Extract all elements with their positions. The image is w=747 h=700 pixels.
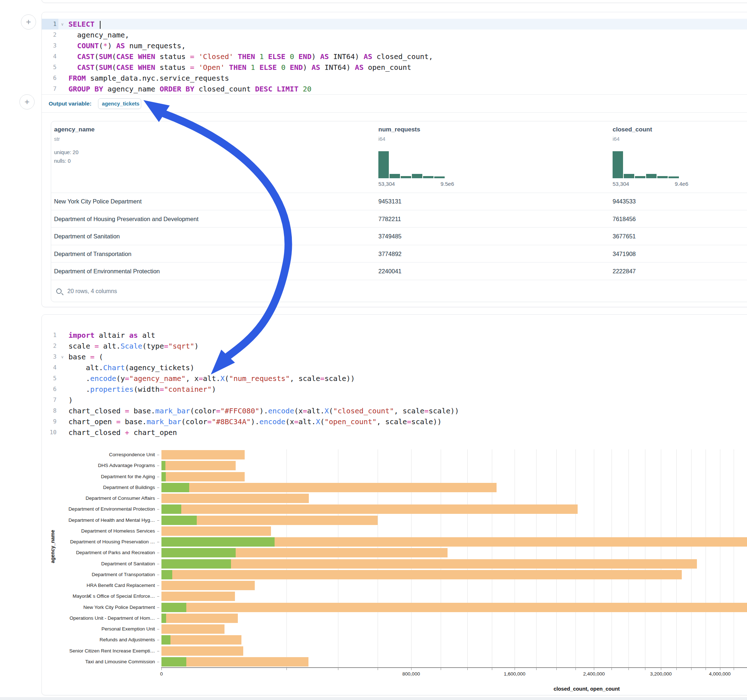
line-number: 3 [42, 40, 58, 51]
column-type: i64 [612, 136, 620, 142]
histogram-bar [624, 174, 634, 178]
search-icon[interactable] [56, 288, 62, 294]
code-line[interactable]: 4 CAST(SUM(CASE WHEN status = 'Closed' T… [42, 51, 747, 62]
table-row[interactable]: Department of Housing Preservation and D… [51, 210, 747, 228]
python-code-editor[interactable]: 1import altair as alt2scale = alt.Scale(… [42, 315, 747, 438]
table-footer: 20 rows, 4 columns [51, 280, 747, 302]
chart-y-axis-title: agency_name [50, 530, 56, 563]
x-axis-tick [378, 668, 378, 670]
x-axis-tick [628, 668, 629, 670]
gridline [411, 450, 411, 667]
open_count-bar [162, 548, 236, 557]
column-header-num_requests[interactable]: num_requestsi6453,3049.5e6 [375, 121, 610, 193]
code-line[interactable]: 2scale = alt.Scale(type="sqrt") [42, 341, 747, 352]
fold-gutter [58, 73, 66, 83]
x-axis-tick [611, 668, 612, 670]
column-header-agency_name[interactable]: agency_namestrunique: 20nulls: 0 [51, 121, 375, 193]
fold-gutter [58, 362, 66, 373]
code-line[interactable]: 3 COUNT(*) AS num_requests, [42, 40, 747, 51]
code-line[interactable]: 6FROM sample_data.nyc.service_requests [42, 73, 747, 83]
code-line[interactable]: 1∨SELECT [42, 19, 747, 30]
histogram-range-labels: 53,3049.4e6 [612, 181, 688, 187]
open_count-bar [162, 472, 166, 481]
gridline [611, 450, 612, 667]
x-axis-tick [411, 668, 411, 670]
histogram-bar [423, 176, 434, 178]
open_count-bar [162, 614, 166, 623]
add-cell-button[interactable]: + [20, 94, 35, 109]
y-axis-label: New York City Police Department [83, 605, 155, 610]
closed_count-bar [162, 635, 242, 644]
x-axis-tick [661, 668, 661, 670]
code-line[interactable]: 2 agency_name, [42, 30, 747, 40]
line-number: 5 [42, 373, 58, 384]
closed_count-bar [162, 614, 238, 623]
code-line[interactable]: 4 alt.Chart(agency_tickets) [42, 362, 747, 373]
column-type: str [54, 136, 60, 142]
code-line[interactable]: 8chart_closed = base.mark_bar(color="#FF… [42, 406, 747, 416]
code-line[interactable]: 10chart_closed + chart_open [42, 427, 747, 438]
y-axis-label: Taxi and Limousine Commission [85, 659, 155, 664]
x-axis-tick [720, 668, 720, 670]
y-axis-label: Refunds and Adjustments [100, 637, 155, 643]
y-axis-tick [157, 596, 159, 597]
code-text: .encode(y="agency_name", x=alt.X("num_re… [66, 373, 355, 384]
code-line[interactable]: 1import altair as alt [42, 330, 747, 341]
gridline [441, 450, 441, 667]
table-cell: 7782211 [375, 210, 610, 228]
code-line[interactable]: 3∨base = ( [42, 352, 747, 362]
fold-gutter [58, 30, 66, 40]
fold-gutter [58, 427, 66, 438]
gridline [720, 450, 720, 667]
table-row[interactable]: Department of Environmental Protection22… [51, 262, 747, 280]
add-cell-button[interactable]: + [21, 14, 36, 30]
table-cell: Department of Housing Preservation and D… [51, 210, 375, 228]
table-row[interactable]: New York City Police Department945313194… [51, 193, 747, 210]
fold-gutter [58, 395, 66, 406]
python-cell: 1import altair as alt2scale = alt.Scale(… [41, 314, 747, 695]
code-line[interactable]: 5 .encode(y="agency_name", x=alt.X("num_… [42, 373, 747, 384]
closed_count-bar [162, 504, 578, 514]
gridline [594, 450, 594, 667]
table-cell: Department of Sanitation [51, 228, 375, 245]
code-line[interactable]: 6 .properties(width="container") [42, 384, 747, 395]
column-header-closed_count[interactable]: closed_counti6453,3049.4e6 [610, 121, 747, 193]
open_count-bar [162, 537, 275, 547]
y-axis-label: Department for the Aging [101, 474, 155, 479]
fold-gutter [58, 62, 66, 73]
chart-x-domain-line [161, 667, 747, 668]
code-line[interactable]: 9chart_open = base.mark_bar(color="#8BC3… [42, 416, 747, 427]
table-cell: 3471908 [610, 245, 747, 263]
output-variable-pill[interactable]: agency_tickets [98, 98, 141, 109]
x-axis-tick [514, 668, 515, 670]
table-cell: 3774892 [375, 245, 610, 263]
x-axis-tick [645, 668, 646, 670]
y-axis-label: Department of Housing Preservation … [70, 539, 155, 545]
open_count-bar [162, 461, 165, 470]
y-axis-tick [157, 629, 159, 629]
code-text: CAST(SUM(CASE WHEN status = 'Closed' THE… [66, 51, 433, 62]
fold-chevron-icon[interactable]: ∨ [58, 352, 66, 362]
code-line[interactable]: 7) [42, 395, 747, 406]
y-axis-label: Department of Sanitation [101, 561, 155, 566]
chart-x-axis-title: closed_count, open_count [553, 686, 620, 692]
x-axis-tick [467, 668, 468, 670]
table-cell: Department of Transportation [51, 245, 375, 263]
code-line[interactable]: 7GROUP BY agency_name ORDER BY closed_co… [42, 83, 747, 94]
code-text: chart_closed + chart_open [66, 427, 177, 438]
fold-chevron-icon[interactable]: ∨ [58, 19, 66, 30]
y-axis-tick [157, 509, 159, 510]
y-axis-label: Operations Unit - Department of Hom… [70, 616, 155, 621]
open_count-bar [162, 570, 172, 579]
line-number: 2 [42, 341, 58, 352]
sql-code-editor[interactable]: 1∨SELECT 2 agency_name,3 COUNT(*) AS num… [42, 12, 747, 94]
code-line[interactable]: 5 CAST(SUM(CASE WHEN status = 'Open' THE… [42, 62, 747, 73]
y-axis-label: Department of Consumer Affairs [85, 495, 155, 501]
x-axis-tick [441, 668, 441, 670]
table-row[interactable]: Department of Sanitation37494853677651 [51, 228, 747, 245]
table-row[interactable]: Department of Transportation377489234719… [51, 245, 747, 263]
gridline [676, 450, 677, 667]
open_count-bar [162, 635, 171, 644]
code-text: scale = alt.Scale(type="sqrt") [66, 341, 198, 352]
open_count-bar [162, 657, 186, 667]
